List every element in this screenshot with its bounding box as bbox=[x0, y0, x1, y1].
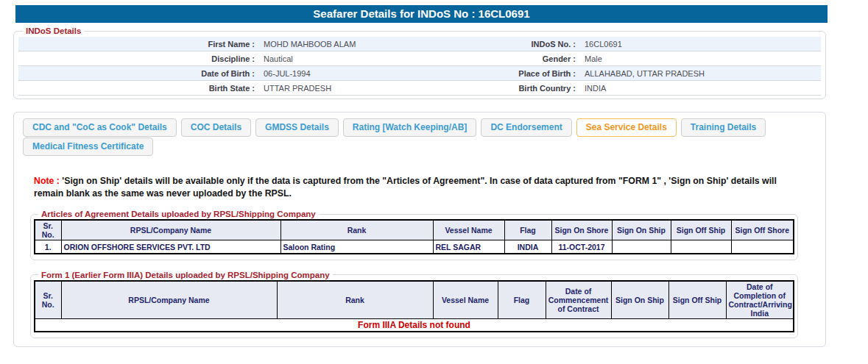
column-header-sign-off-ship: Sign Off Ship bbox=[671, 220, 731, 240]
note-body: 'Sign on Ship' details will be available… bbox=[34, 176, 777, 199]
articles-of-agreement-legend: Articles of Agreement Details uploaded b… bbox=[38, 210, 319, 218]
column-header-flag: Flag bbox=[498, 281, 546, 319]
indos-details-row: Birth State :UTTAR PRADESHBirth Country … bbox=[18, 81, 821, 96]
details-panel: CDC and "CoC as Cook" DetailsCOC Details… bbox=[13, 112, 826, 347]
table-cell: ORION OFFSHORE SERVICES PVT. LTD bbox=[61, 240, 280, 254]
table-cell bbox=[671, 240, 731, 254]
indos-details-table: First Name :MOHD MAHBOOB ALAMINDoS No. :… bbox=[18, 37, 821, 96]
tab-dc-endorsement[interactable]: DC Endorsement bbox=[481, 118, 571, 137]
field-label: Date of Birth : bbox=[18, 66, 259, 81]
indos-details-row: Discipline :NauticalGender :Male bbox=[18, 51, 821, 66]
field-label: Birth State : bbox=[18, 81, 259, 96]
field-label: First Name : bbox=[18, 37, 259, 51]
field-value: INDIA bbox=[580, 81, 821, 96]
column-header-vessel-name: Vessel Name bbox=[433, 220, 504, 240]
tab-training-details[interactable]: Training Details bbox=[681, 118, 766, 137]
column-header-date-of-commencement-of-contract: Date of Commencement of Contract bbox=[546, 281, 611, 319]
note-label: Note : bbox=[34, 176, 60, 186]
table-empty-row: Form IIIA Details not found bbox=[35, 319, 794, 332]
table-cell: Saloon Rating bbox=[280, 240, 433, 254]
column-header-sign-on-ship: Sign On Ship bbox=[611, 281, 668, 319]
column-header-sr-no: Sr. No. bbox=[35, 220, 61, 240]
tab-medical-fitness-certificate[interactable]: Medical Fitness Certificate bbox=[23, 138, 153, 156]
column-header-sign-on-shore: Sign On Shore bbox=[551, 220, 612, 240]
column-header-sign-on-ship: Sign On Ship bbox=[612, 220, 671, 240]
column-header-rpsl-company-name: RPSL/Company Name bbox=[61, 220, 280, 240]
field-value: UTTAR PRADESH bbox=[259, 81, 467, 96]
indos-details-row: First Name :MOHD MAHBOOB ALAMINDoS No. :… bbox=[18, 37, 821, 51]
column-header-flag: Flag bbox=[504, 220, 551, 240]
column-header-date-of-completion-of-contract-arriving-india: Date of Completion of Contract/Arriving … bbox=[726, 281, 794, 319]
table-cell bbox=[731, 240, 794, 254]
field-label: Birth Country : bbox=[467, 81, 580, 96]
articles-of-agreement-table: Sr. No.RPSL/Company NameRankVessel NameF… bbox=[34, 219, 794, 254]
tab-rating-watch-keeping-ab[interactable]: Rating [Watch Keeping/AB] bbox=[343, 118, 477, 137]
field-value: 16CL0691 bbox=[580, 37, 821, 51]
field-value: Nautical bbox=[259, 51, 467, 66]
indos-details-row: Date of Birth :06-JUL-1994Place of Birth… bbox=[18, 66, 821, 81]
table-cell: INDIA bbox=[504, 240, 551, 254]
field-value: 06-JUL-1994 bbox=[259, 66, 467, 81]
articles-of-agreement-section: Articles of Agreement Details uploaded b… bbox=[30, 210, 798, 260]
indos-details-section: INDoS Details First Name :MOHD MAHBOOB A… bbox=[13, 26, 826, 99]
tab-gmdss-details[interactable]: GMDSS Details bbox=[255, 118, 339, 137]
tab-bar-row-2: Medical Fitness Certificate bbox=[23, 138, 825, 156]
table-cell: 11-OCT-2017 bbox=[551, 240, 612, 254]
empty-message: Form IIIA Details not found bbox=[35, 319, 794, 332]
form1-legend: Form 1 (Earlier Form IIIA) Details uploa… bbox=[38, 271, 333, 279]
column-header-rpsl-company-name: RPSL/Company Name bbox=[61, 281, 277, 319]
field-label: Gender : bbox=[467, 51, 580, 66]
column-header-vessel-name: Vessel Name bbox=[433, 281, 498, 319]
tab-sea-service-details[interactable]: Sea Service Details bbox=[576, 118, 677, 137]
column-header-sign-off-shore: Sign Off Shore bbox=[731, 220, 794, 240]
table-header-row: Sr. No.RPSL/Company NameRankVessel NameF… bbox=[35, 281, 794, 319]
field-value: Male bbox=[580, 51, 821, 66]
form1-table: Sr. No.RPSL/Company NameRankVessel NameF… bbox=[34, 280, 794, 332]
column-header-sr-no: Sr. No. bbox=[35, 281, 61, 319]
page-title: Seafarer Details for INDoS No : 16CL0691 bbox=[313, 7, 529, 20]
table-row: 1.ORION OFFSHORE SERVICES PVT. LTDSaloon… bbox=[35, 240, 794, 254]
tab-coc-details[interactable]: COC Details bbox=[181, 118, 251, 137]
column-header-sign-off-ship: Sign Off Ship bbox=[668, 281, 726, 319]
table-header-row: Sr. No.RPSL/Company NameRankVessel NameF… bbox=[35, 220, 794, 240]
form1-section: Form 1 (Earlier Form IIIA) Details uploa… bbox=[30, 271, 798, 338]
column-header-rank: Rank bbox=[277, 281, 433, 319]
field-value: ALLAHABAD, UTTAR PRADESH bbox=[580, 66, 821, 81]
field-value: MOHD MAHBOOB ALAM bbox=[259, 37, 467, 51]
page: Seafarer Details for INDoS No : 16CL0691… bbox=[0, 0, 868, 364]
column-header-rank: Rank bbox=[280, 220, 433, 240]
indos-details-legend: INDoS Details bbox=[23, 26, 84, 35]
note-text: Note : 'Sign on Ship' details will be av… bbox=[34, 175, 792, 199]
table-cell: REL SAGAR bbox=[433, 240, 504, 254]
field-label: Place of Birth : bbox=[467, 66, 580, 81]
field-label: Discipline : bbox=[18, 51, 259, 66]
tab-cdc-and-coc-as-cook-details[interactable]: CDC and "CoC as Cook" Details bbox=[23, 118, 177, 137]
page-title-bar: Seafarer Details for INDoS No : 16CL0691 bbox=[15, 5, 828, 23]
table-cell bbox=[612, 240, 671, 254]
field-label: INDoS No. : bbox=[467, 37, 580, 51]
table-cell: 1. bbox=[35, 240, 61, 254]
tab-bar-row-1: CDC and "CoC as Cook" DetailsCOC Details… bbox=[23, 118, 825, 137]
